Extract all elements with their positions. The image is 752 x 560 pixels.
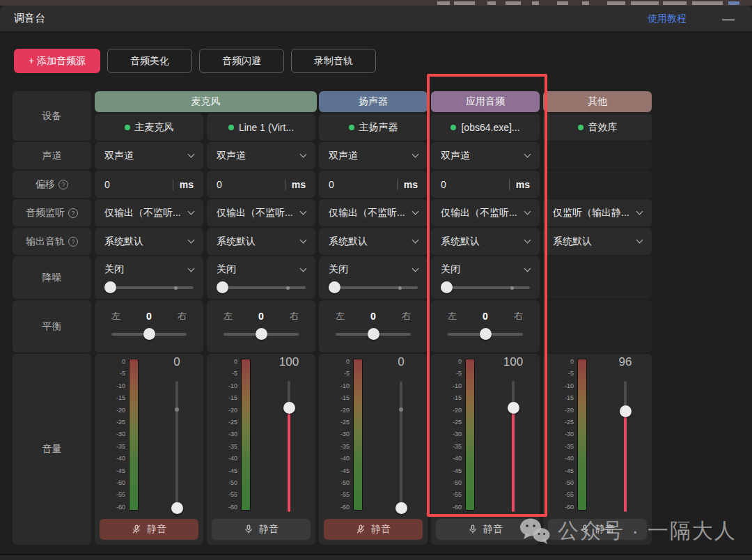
row-label-output-track: 输出音轨?	[13, 228, 91, 255]
balance-slider[interactable]	[111, 328, 187, 341]
channel-dropdown[interactable]: 双声道	[319, 142, 428, 169]
volume-cell: 0-5-10-15-20-25-30-35-40-45-50-55-60 100…	[431, 354, 540, 545]
mute-button[interactable]: 静音	[100, 519, 198, 540]
monitor-dropdown[interactable]: 仅输出（不监听...	[95, 199, 203, 226]
meter-tick: -45	[103, 468, 125, 474]
volume-value: 100	[497, 355, 529, 372]
help-icon[interactable]: ?	[68, 208, 78, 218]
volume-slider-handle[interactable]	[508, 402, 519, 414]
channel-cell-empty	[543, 142, 652, 169]
device-cell[interactable]: [obs64.exe]...	[431, 114, 540, 141]
meter-tick: -5	[215, 371, 237, 377]
denoise-slider[interactable]	[217, 281, 306, 294]
monitor-dropdown[interactable]: 仅监听（输出静...	[543, 199, 652, 226]
level-meter-bar	[353, 359, 363, 511]
source-column-sound-effects: 音效库 仅监听（输出静... 系统默认 0-5-10-15-20-25-30-3…	[543, 91, 652, 545]
meter-tick: -35	[439, 444, 462, 450]
meter-tick: -15	[327, 395, 350, 401]
background-window-strip	[0, 0, 752, 6]
offset-input[interactable]: 0ms	[95, 171, 203, 198]
monitor-dropdown[interactable]: 仅输出（不监听...	[207, 199, 315, 226]
volume-slider[interactable]: 0	[161, 355, 193, 517]
denoise-dropdown[interactable]: 关闭	[441, 262, 530, 277]
window-bottom-edge	[0, 554, 752, 560]
volume-slider[interactable]: 100	[273, 355, 305, 517]
device-cell[interactable]: 音效库	[543, 114, 652, 141]
tutorial-link[interactable]: 使用教程	[648, 13, 687, 25]
help-icon[interactable]: ?	[58, 180, 68, 189]
denoise-slider[interactable]	[329, 281, 418, 294]
audio-beautify-button[interactable]: 音频美化	[107, 49, 192, 73]
denoise-dropdown[interactable]: 关闭	[104, 262, 194, 277]
minimize-button[interactable]: —	[720, 15, 737, 22]
channel-dropdown[interactable]: 双声道	[95, 142, 203, 169]
denoise-slider[interactable]	[441, 281, 530, 294]
level-meter-bar	[577, 359, 587, 511]
help-icon[interactable]: ?	[68, 237, 78, 247]
balance-cell: 左0右	[95, 300, 203, 352]
level-meter: 0-5-10-15-20-25-30-35-40-45-50-55-60	[439, 359, 475, 511]
record-track-button[interactable]: 录制音轨	[291, 49, 376, 73]
output-track-dropdown[interactable]: 系统默认	[431, 228, 540, 255]
chevron-down-icon	[300, 265, 307, 272]
row-label-denoise: 降噪	[13, 256, 91, 299]
mute-button[interactable]: 静音	[324, 519, 423, 540]
volume-slider[interactable]: 100	[497, 355, 529, 517]
chevron-down-icon	[300, 208, 307, 215]
meter-tick: -30	[103, 431, 125, 437]
volume-cell: 0-5-10-15-20-25-30-35-40-45-50-55-60 0 静…	[95, 354, 203, 545]
monitor-dropdown[interactable]: 仅输出（不监听...	[319, 199, 428, 226]
meter-tick: -55	[103, 492, 125, 498]
denoise-dropdown[interactable]: 关闭	[217, 262, 306, 277]
device-cell[interactable]: 主麦克风	[95, 114, 203, 141]
level-meter-bar	[129, 359, 139, 511]
channel-dropdown[interactable]: 双声道	[431, 142, 540, 169]
output-track-dropdown[interactable]: 系统默认	[95, 228, 203, 255]
balance-slider[interactable]	[448, 328, 523, 341]
balance-slider[interactable]	[224, 328, 299, 341]
channel-dropdown[interactable]: 双声道	[207, 142, 315, 169]
meter-tick: -50	[551, 480, 574, 486]
volume-slider-handle[interactable]	[395, 502, 407, 514]
balance-cell-empty	[543, 300, 652, 352]
chevron-down-icon	[412, 208, 419, 215]
mute-button[interactable]: 静音	[436, 519, 535, 540]
mute-button[interactable]: 静音	[548, 519, 647, 540]
device-cell[interactable]: 主扬声器	[319, 114, 428, 141]
balance-cell: 左0右	[207, 300, 315, 352]
meter-tick: -10	[551, 383, 574, 389]
output-track-dropdown[interactable]: 系统默认	[207, 228, 315, 255]
volume-slider-handle[interactable]	[171, 502, 183, 514]
device-cell[interactable]: Line 1 (Virt...	[207, 114, 315, 141]
offset-input[interactable]: 0ms	[207, 171, 315, 198]
denoise-cell: 关闭	[319, 256, 428, 299]
meter-tick: -20	[215, 407, 237, 414]
volume-slider-handle[interactable]	[620, 405, 632, 417]
balance-cell: 左0右	[431, 300, 540, 352]
chevron-down-icon	[524, 237, 531, 244]
meter-tick: -5	[327, 371, 350, 377]
mute-button[interactable]: 静音	[212, 519, 311, 540]
meter-tick: -15	[103, 395, 125, 401]
volume-slider[interactable]: 0	[385, 355, 417, 517]
offset-input[interactable]: 0ms	[319, 171, 428, 198]
denoise-dropdown[interactable]: 关闭	[329, 262, 418, 277]
offset-input[interactable]: 0ms	[431, 171, 540, 198]
volume-value: 0	[161, 355, 193, 372]
volume-value: 96	[609, 355, 641, 372]
chevron-down-icon	[524, 265, 531, 272]
active-dot-icon	[228, 125, 234, 130]
output-track-dropdown[interactable]: 系统默认	[543, 228, 652, 255]
mic-icon	[244, 524, 253, 534]
audio-ducking-button[interactable]: 音频闪避	[199, 49, 284, 73]
row-label-balance: 平衡	[13, 300, 91, 352]
denoise-slider[interactable]	[104, 281, 194, 294]
chevron-down-icon	[636, 208, 643, 215]
volume-slider-handle[interactable]	[283, 402, 295, 414]
mic-muted-icon	[356, 524, 366, 534]
add-audio-source-button[interactable]: + 添加音频源	[14, 49, 100, 73]
volume-slider[interactable]: 96	[609, 355, 641, 517]
monitor-dropdown[interactable]: 仅输出（不监听...	[431, 199, 540, 226]
balance-slider[interactable]	[336, 328, 411, 341]
output-track-dropdown[interactable]: 系统默认	[319, 228, 428, 255]
